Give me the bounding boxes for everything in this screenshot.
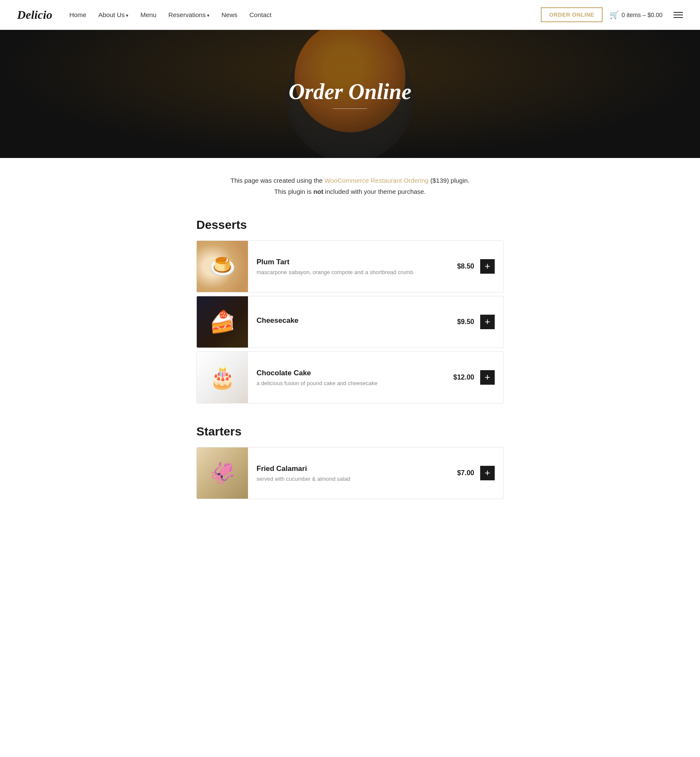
menu-item-right: $7.00+ — [449, 466, 503, 480]
menu-item-description: a delicious fusion of pound cake and che… — [257, 380, 436, 386]
nav-right: ORDER ONLINE 🛒 0 items – $0.00 — [541, 7, 683, 22]
hamburger-line-1 — [674, 12, 683, 13]
info-line1: This page was created using the WooComme… — [196, 175, 504, 186]
menu-item: Cheesecake$9.50+ — [196, 296, 504, 348]
nav-link-home[interactable]: Home — [69, 11, 86, 18]
info-line2-pre: This plugin is — [274, 188, 313, 195]
menu-item-right: $8.50+ — [449, 259, 503, 274]
add-to-cart-button[interactable]: + — [480, 315, 495, 329]
nav-item-home[interactable]: Home — [69, 11, 86, 19]
menu-item: Chocolate Cakea delicious fusion of poun… — [196, 351, 504, 403]
main-content: This page was created using the WooComme… — [188, 158, 512, 538]
info-section: This page was created using the WooComme… — [196, 175, 504, 197]
info-post: plugin. — [449, 177, 470, 184]
menu-item-body: Plum Tartmascarpone sabayon, orange comp… — [248, 251, 449, 282]
section-title-desserts: Desserts — [196, 218, 504, 232]
add-to-cart-button[interactable]: + — [480, 370, 495, 385]
info-line2-post: included with your theme purchase. — [323, 188, 426, 195]
menu-item-name: Plum Tart — [257, 258, 440, 266]
menu-item-price: $8.50 — [457, 263, 474, 270]
food-image — [197, 447, 248, 499]
cart-label: 0 items – $0.00 — [621, 12, 662, 18]
menu-item-right: $9.50+ — [449, 315, 503, 329]
info-line2: This plugin is not included with your th… — [196, 186, 504, 197]
info-price: ($139) — [429, 177, 449, 184]
add-to-cart-button[interactable]: + — [480, 259, 495, 274]
food-image — [197, 241, 248, 292]
menu-sections: DessertsPlum Tartmascarpone sabayon, ora… — [196, 218, 504, 499]
cart-icon: 🛒 — [610, 10, 619, 20]
brand-logo[interactable]: Delicio — [17, 8, 52, 22]
menu-item-image — [197, 352, 248, 403]
section-title-starters: Starters — [196, 425, 504, 438]
nav-item-about-us[interactable]: About Us — [98, 11, 128, 19]
food-image — [197, 296, 248, 348]
navbar: Delicio Home About Us Menu Reservations … — [0, 0, 700, 30]
menu-item-price: $12.00 — [453, 374, 474, 381]
cart-area[interactable]: 🛒 0 items – $0.00 — [610, 10, 662, 20]
menu-item-image — [197, 241, 248, 292]
menu-item-name: Chocolate Cake — [257, 369, 436, 377]
nav-item-reservations[interactable]: Reservations — [168, 11, 209, 19]
order-online-button[interactable]: ORDER ONLINE — [541, 7, 603, 22]
food-image — [197, 352, 248, 403]
menu-item-name: Cheesecake — [257, 316, 440, 325]
nav-link-reservations[interactable]: Reservations — [168, 11, 206, 18]
menu-item: Plum Tartmascarpone sabayon, orange comp… — [196, 240, 504, 292]
hero-section: Order Online — [0, 30, 700, 158]
menu-item-right: $12.00+ — [445, 370, 503, 385]
menu-item-body: Chocolate Cakea delicious fusion of poun… — [248, 362, 445, 393]
hero-divider — [333, 108, 367, 109]
menu-item-image — [197, 447, 248, 499]
hamburger-line-3 — [674, 17, 683, 18]
menu-section-starters: StartersFried Calamariserved with cucumb… — [196, 425, 504, 499]
nav-link-about-us[interactable]: About Us — [98, 11, 125, 18]
add-to-cart-button[interactable]: + — [480, 466, 495, 480]
nav-item-menu[interactable]: Menu — [140, 11, 157, 19]
nav-link-menu[interactable]: Menu — [140, 11, 157, 18]
menu-item: Fried Calamariserved with cucumber & alm… — [196, 447, 504, 499]
hero-title: Order Online — [289, 79, 411, 104]
hamburger-line-2 — [674, 15, 683, 15]
info-line1-pre: This page was created using the — [230, 177, 324, 184]
menu-item-body: Cheesecake — [248, 310, 449, 334]
menu-item-price: $7.00 — [457, 469, 474, 477]
menu-item-description: served with cucumber & almond salad — [257, 476, 440, 482]
woocommerce-link[interactable]: WooCommerce Restaurant Ordering — [324, 177, 429, 184]
nav-item-news[interactable]: News — [222, 11, 238, 19]
menu-item-image — [197, 296, 248, 348]
menu-section-desserts: DessertsPlum Tartmascarpone sabayon, ora… — [196, 218, 504, 403]
menu-item-body: Fried Calamariserved with cucumber & alm… — [248, 458, 449, 489]
nav-links: Home About Us Menu Reservations News Con… — [69, 11, 540, 19]
nav-link-contact[interactable]: Contact — [249, 11, 271, 18]
info-not-bold: not — [313, 188, 323, 195]
menu-item-description: mascarpone sabayon, orange compote and a… — [257, 269, 440, 275]
menu-item-price: $9.50 — [457, 318, 474, 326]
hamburger-menu[interactable] — [674, 12, 683, 18]
nav-link-news[interactable]: News — [222, 11, 238, 18]
menu-item-name: Fried Calamari — [257, 465, 440, 473]
nav-item-contact[interactable]: Contact — [249, 11, 271, 19]
